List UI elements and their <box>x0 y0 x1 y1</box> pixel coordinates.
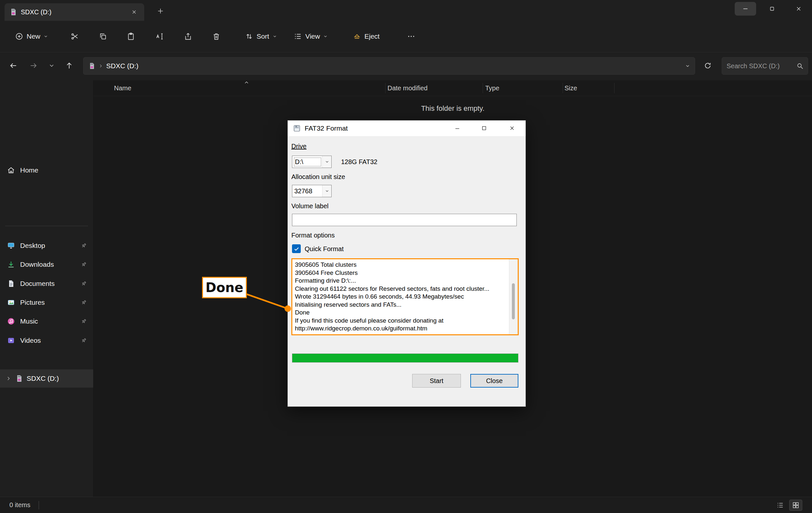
drive-capacity-info: 128G FAT32 <box>341 158 377 166</box>
pictures-icon <box>7 298 15 306</box>
paste-icon <box>127 32 135 40</box>
sidebar-separator <box>5 226 88 226</box>
sidebar-item-label: Music <box>20 317 38 325</box>
sidebar-item-label: SDXC (D:) <box>27 375 59 382</box>
back-button[interactable] <box>6 58 21 73</box>
paste-button[interactable] <box>120 27 141 46</box>
sidebar-item-label: Desktop <box>20 242 45 250</box>
format-log-text: 3905605 Total clusters 3905604 Free Clus… <box>295 261 508 333</box>
sort-icon <box>245 32 253 40</box>
items-count: 0 items <box>9 501 30 509</box>
tab-close-button[interactable] <box>128 6 140 18</box>
sidebar-item-label: Downloads <box>20 261 54 268</box>
sidebar-item-videos[interactable]: Videos <box>3 332 90 349</box>
log-scrollbar-thumb[interactable] <box>512 283 515 319</box>
log-scrollbar[interactable] <box>509 259 518 334</box>
more-ellipsis-icon <box>407 32 415 40</box>
drive-select[interactable]: D:\ <box>292 155 331 168</box>
expand-chevron-icon[interactable] <box>6 376 11 381</box>
sidebar-item-sdxc-drive[interactable]: SDXC (D:) <box>0 369 93 388</box>
sidebar-item-music[interactable]: Music <box>3 313 90 330</box>
window-close-button[interactable] <box>788 2 809 16</box>
drive-label: Drive <box>291 143 307 150</box>
refresh-button[interactable] <box>700 58 715 73</box>
column-header-name[interactable]: Name <box>114 80 131 96</box>
address-row: SDXC (D:) <box>0 52 812 80</box>
volume-label-label: Volume label <box>291 202 329 210</box>
volume-label-input[interactable] <box>292 214 517 226</box>
sidebar-item-label: Videos <box>20 337 41 344</box>
sidebar-item-documents[interactable]: Documents <box>3 275 90 292</box>
search-input[interactable] <box>726 62 793 70</box>
column-divider <box>385 83 385 93</box>
fat32-format-dialog: FAT32 Format Drive D:\ 128G FAT32 Alloca… <box>287 120 526 407</box>
format-log-output[interactable]: 3905605 Total clusters 3905604 Free Clus… <box>291 258 519 335</box>
copy-icon <box>99 32 107 40</box>
chevron-down-icon <box>323 34 328 39</box>
chevron-down-icon <box>272 34 277 39</box>
dialog-minimize-button[interactable] <box>447 120 467 136</box>
recent-locations-button[interactable] <box>44 58 59 73</box>
view-button-label: View <box>305 32 320 40</box>
dialog-title: FAT32 Format <box>304 124 348 132</box>
tab-title: SDXC (D:) <box>21 8 128 16</box>
allocation-unit-size-select[interactable]: 32768 <box>292 185 331 197</box>
format-progress-fill <box>292 354 518 362</box>
sort-button[interactable]: Sort <box>241 27 281 46</box>
delete-button[interactable] <box>206 27 227 46</box>
up-button[interactable] <box>62 58 77 73</box>
new-tab-button[interactable] <box>153 4 168 18</box>
column-divider <box>483 83 483 93</box>
forward-button[interactable] <box>26 58 41 73</box>
column-divider <box>562 83 563 93</box>
window-minimize-button[interactable] <box>735 2 756 16</box>
view-list-icon <box>294 32 302 40</box>
dialog-close-button[interactable] <box>502 120 522 136</box>
quick-format-checkbox[interactable] <box>292 244 301 253</box>
new-button-label: New <box>27 32 40 40</box>
dialog-maximize-button[interactable] <box>474 120 494 136</box>
eject-button[interactable]: Eject <box>349 27 384 46</box>
chevron-down-icon[interactable] <box>322 156 331 168</box>
address-dropdown-chevron-icon[interactable] <box>685 63 690 68</box>
pin-icon <box>81 261 87 268</box>
pin-icon <box>81 280 87 287</box>
allocation-unit-size-label: Allocation unit size <box>291 173 345 181</box>
format-dialog-icon <box>293 124 301 132</box>
column-header-size[interactable]: Size <box>564 80 577 96</box>
start-button[interactable]: Start <box>412 374 461 388</box>
rename-button[interactable] <box>149 27 170 46</box>
large-icons-view-button[interactable] <box>789 500 802 511</box>
see-more-button[interactable] <box>402 27 420 46</box>
sidebar-item-downloads[interactable]: Downloads <box>3 256 90 273</box>
chevron-down-icon[interactable] <box>322 185 331 197</box>
address-bar[interactable]: SDXC (D:) <box>83 57 695 75</box>
share-button[interactable] <box>178 27 199 46</box>
sidebar-item-home[interactable]: Home <box>3 162 90 179</box>
pin-icon <box>81 318 87 324</box>
view-button[interactable]: View <box>290 27 331 46</box>
sort-button-label: Sort <box>257 32 269 40</box>
close-button[interactable]: Close <box>470 374 518 388</box>
breadcrumb-segment[interactable]: SDXC (D:) <box>106 62 138 70</box>
details-view-button[interactable] <box>774 500 787 511</box>
share-icon <box>184 32 192 40</box>
explorer-tab[interactable]: SDXC (D:) <box>4 3 144 21</box>
search-box[interactable] <box>722 57 808 75</box>
sidebar-item-desktop[interactable]: Desktop <box>3 237 90 254</box>
cut-button[interactable] <box>64 27 85 46</box>
column-header-type[interactable]: Type <box>485 80 499 96</box>
navigation-pane: Home Desktop Downloads Documents Pict <box>0 80 93 497</box>
sidebar-item-pictures[interactable]: Pictures <box>3 294 90 311</box>
drive-icon <box>15 375 23 382</box>
allocation-select-value: 32768 <box>294 188 321 195</box>
copy-button[interactable] <box>93 27 113 46</box>
window-maximize-button[interactable] <box>761 2 783 16</box>
search-icon <box>796 62 804 70</box>
column-header-date-modified[interactable]: Date modified <box>387 80 428 96</box>
home-icon <box>7 166 15 174</box>
chevron-right-icon <box>98 64 103 68</box>
new-button[interactable]: New <box>10 27 53 46</box>
drive-icon <box>9 8 17 16</box>
chevron-down-icon <box>44 34 48 39</box>
